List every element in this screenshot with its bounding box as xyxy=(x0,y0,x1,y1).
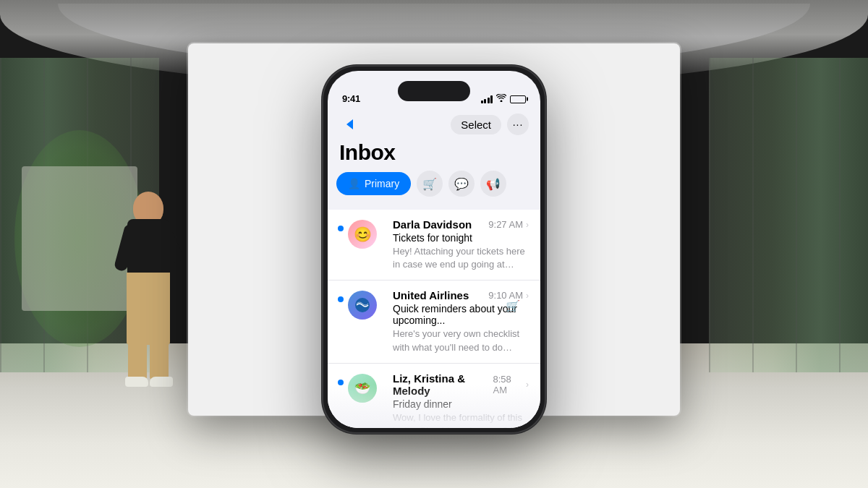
back-button[interactable] xyxy=(339,114,359,134)
presenter-leg-left xyxy=(128,340,147,380)
email-header-3: Liz, Kristina & Melody 8:58 AM › xyxy=(393,372,529,397)
primary-tab-label: Primary xyxy=(365,178,399,189)
email-sender-1: Darla Davidson xyxy=(393,218,472,231)
signal-bar-4 xyxy=(490,95,493,103)
back-chevron-icon xyxy=(346,119,353,129)
signal-bar-3 xyxy=(488,98,490,103)
tab-updates[interactable]: 📢 xyxy=(480,171,506,197)
battery-icon xyxy=(510,95,526,103)
email-sender-2: United Airlines xyxy=(393,289,469,301)
email-chevron-1: › xyxy=(526,220,529,230)
email-item-darla[interactable]: 😊 Darla Davidson 9:27 AM › Tickets for t… xyxy=(328,210,540,281)
nav-bar: Select ··· xyxy=(328,108,540,140)
presenter-shirt xyxy=(127,219,169,277)
avatar-united xyxy=(348,291,377,320)
signal-bar-1 xyxy=(481,100,483,103)
status-time: 9:41 xyxy=(342,93,360,104)
inbox-title: Inbox xyxy=(339,140,396,165)
signal-bars-icon xyxy=(481,95,493,103)
presentation-board: 9:41 xyxy=(188,43,680,416)
category-tabs: 👤 Primary 🛒 💬 📢 xyxy=(336,171,532,197)
select-button[interactable]: Select xyxy=(451,115,501,134)
unread-dot-2 xyxy=(338,296,344,302)
presenter-pants xyxy=(127,273,170,345)
iphone-screen: 9:41 xyxy=(328,71,540,428)
right-wall xyxy=(709,58,868,372)
email-preview-2: Here's your very own checklist with what… xyxy=(393,328,529,354)
primary-tab-icon: 👤 xyxy=(348,178,360,189)
avatar-darla: 😊 xyxy=(348,220,377,249)
tab-shopping[interactable]: 🛒 xyxy=(417,171,443,197)
email-chevron-3: › xyxy=(526,380,529,390)
presenter-shoe-left xyxy=(125,377,148,387)
email-sender-3: Liz, Kristina & Melody xyxy=(393,372,493,397)
email-subject-3: Friday dinner xyxy=(393,398,529,410)
iphone-frame: 9:41 xyxy=(322,65,546,434)
presenter-shoe-right xyxy=(150,377,173,387)
tab-chat[interactable]: 💬 xyxy=(448,171,475,197)
email-list: 😊 Darla Davidson 9:27 AM › Tickets for t… xyxy=(328,210,540,428)
presenter-leg-right xyxy=(150,340,169,380)
iphone-mockup: 9:41 xyxy=(322,65,546,434)
email-item-group[interactable]: 🥗 Liz, Kristina & Melody 8:58 AM › Frida… xyxy=(328,364,540,428)
nav-actions: Select ··· xyxy=(451,114,529,135)
email-time-3: 8:58 AM › xyxy=(493,374,529,395)
email-chevron-2: › xyxy=(526,291,529,301)
email-content-1: Darla Davidson 9:27 AM › Tickets for ton… xyxy=(393,218,529,271)
email-header-1: Darla Davidson 9:27 AM › xyxy=(393,218,529,231)
email-time-1: 9:27 AM › xyxy=(488,219,529,230)
avatar-group: 🥗 xyxy=(348,374,377,403)
email-item-united[interactable]: United Airlines 9:10 AM › Quick reminder… xyxy=(328,281,540,363)
tab-primary[interactable]: 👤 Primary xyxy=(336,172,411,195)
signal-bar-2 xyxy=(484,99,486,103)
presenter-body xyxy=(116,192,181,394)
email-preview-3: Wow, I love the formality of this invite… xyxy=(393,411,529,428)
email-content-3: Liz, Kristina & Melody 8:58 AM › Friday … xyxy=(393,372,529,428)
dynamic-island xyxy=(398,81,470,101)
unread-dot-1 xyxy=(338,226,344,231)
status-icons xyxy=(481,94,527,104)
email-badge-shopping: 🛒 xyxy=(506,299,520,313)
wifi-icon xyxy=(496,94,506,104)
more-button[interactable]: ··· xyxy=(507,114,529,135)
email-preview-1: Hey! Attaching your tickets here in case… xyxy=(393,245,529,271)
presenter xyxy=(101,170,195,394)
email-subject-1: Tickets for tonight xyxy=(393,232,529,244)
unread-dot-3 xyxy=(338,380,344,385)
